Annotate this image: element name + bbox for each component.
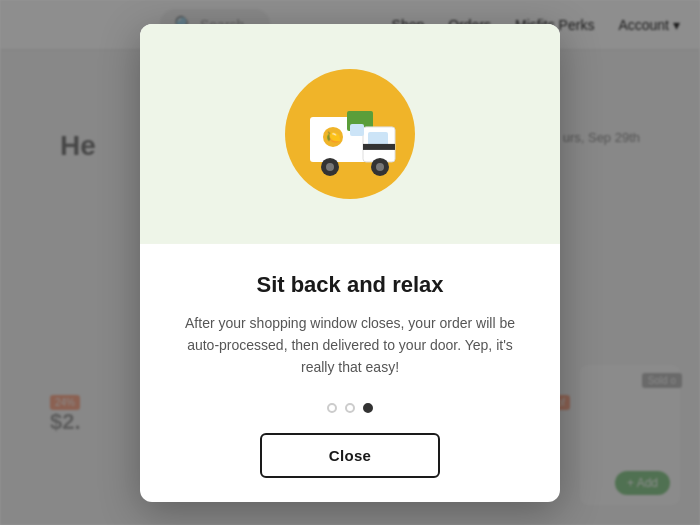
svg-rect-5 — [363, 143, 395, 149]
svg-text:🍋: 🍋 — [326, 128, 341, 143]
dot-3 — [363, 403, 373, 413]
dot-2 — [345, 403, 355, 413]
modal-title: Sit back and relax — [172, 271, 528, 297]
svg-point-9 — [376, 162, 384, 170]
modal-content: Sit back and relax After your shopping w… — [140, 243, 560, 501]
svg-rect-12 — [350, 123, 364, 135]
svg-rect-4 — [368, 131, 388, 145]
modal-description: After your shopping window closes, your … — [172, 311, 528, 378]
close-button[interactable]: Close — [260, 433, 440, 478]
pagination-dots — [172, 403, 528, 413]
modal-dialog: 🍋 Sit back and relax After your shopping… — [140, 23, 560, 501]
truck-illustration: 🍋 — [275, 58, 425, 208]
modal-illustration-area: 🍋 — [140, 23, 560, 243]
dot-1 — [327, 403, 337, 413]
svg-point-7 — [326, 162, 334, 170]
